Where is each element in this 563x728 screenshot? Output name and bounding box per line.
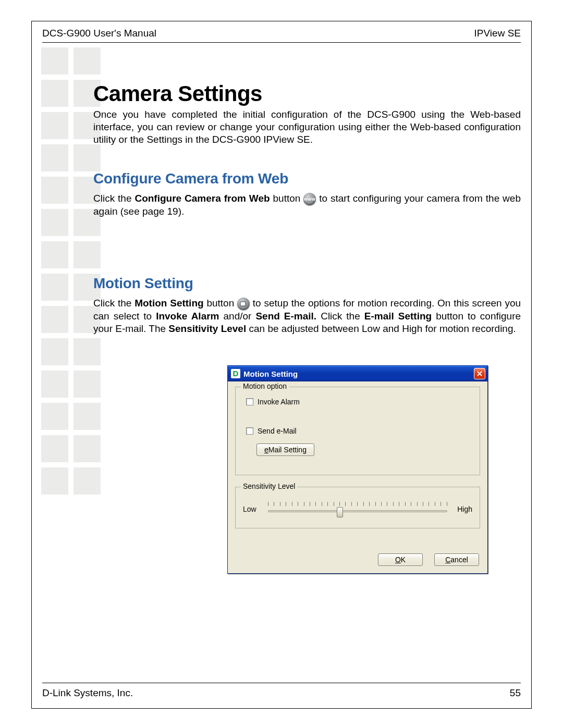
send-email-checkbox[interactable] bbox=[246, 427, 253, 435]
deco-square bbox=[41, 209, 68, 236]
underline-char: e bbox=[264, 446, 268, 454]
button-text: ancel bbox=[450, 556, 468, 564]
sensitivity-slider[interactable] bbox=[268, 502, 447, 516]
bold-text: Motion Setting bbox=[134, 298, 203, 309]
text: can be adjusted between Low and High for… bbox=[246, 323, 516, 334]
ok-button[interactable]: OK bbox=[378, 553, 423, 566]
invoke-alarm-checkbox[interactable] bbox=[246, 398, 253, 405]
text: Click the bbox=[93, 298, 134, 309]
deco-square bbox=[74, 403, 101, 430]
deco-square bbox=[74, 47, 101, 75]
deco-square bbox=[41, 467, 68, 495]
button-text: K bbox=[401, 556, 406, 564]
header-left: DCS-G900 User's Manual bbox=[42, 28, 156, 39]
text: and/or bbox=[219, 311, 256, 322]
deco-square bbox=[74, 435, 101, 462]
sensitivity-level-group: Sensitivity Level Low bbox=[235, 487, 480, 528]
button-text: Mail Setting bbox=[268, 446, 307, 454]
section1-paragraph: Click the Configure Camera from Web butt… bbox=[93, 192, 521, 218]
motion-icon bbox=[237, 298, 250, 310]
slider-thumb[interactable] bbox=[337, 507, 343, 517]
underline-char: O bbox=[395, 556, 401, 564]
send-email-label: Send e-Mail bbox=[258, 427, 297, 435]
dialog-button-row: OK Cancel bbox=[378, 553, 479, 566]
text: Click the bbox=[93, 193, 134, 204]
low-label: Low bbox=[243, 505, 264, 513]
page-title: Camera Settings bbox=[93, 81, 521, 106]
page-number: 55 bbox=[510, 687, 521, 699]
footer-left: D-Link Systems, Inc. bbox=[42, 687, 133, 699]
email-setting-button[interactable]: eMail Setting bbox=[256, 443, 314, 456]
text: button bbox=[204, 298, 237, 309]
group-label: Motion option bbox=[241, 382, 289, 390]
deco-square bbox=[74, 338, 101, 365]
high-label: High bbox=[451, 505, 472, 513]
dialog-title: Motion Setting bbox=[243, 369, 298, 378]
deco-square bbox=[41, 144, 68, 171]
bold-text: E-mail Setting bbox=[364, 311, 432, 322]
deco-square bbox=[41, 47, 68, 75]
section-heading-motion: Motion Setting bbox=[93, 275, 521, 292]
deco-square bbox=[41, 403, 68, 430]
svg-rect-0 bbox=[240, 302, 246, 306]
bold-text: Send E-mail. bbox=[255, 311, 316, 322]
slider-ticks bbox=[268, 502, 447, 507]
bold-text: Configure Camera from Web bbox=[134, 193, 270, 204]
deco-square bbox=[74, 467, 101, 495]
www-icon: www bbox=[303, 193, 316, 205]
page-header: DCS-G900 User's Manual IPView SE bbox=[42, 28, 521, 43]
dialog-titlebar[interactable]: D Motion Setting bbox=[228, 366, 487, 381]
close-icon[interactable] bbox=[474, 368, 485, 379]
invoke-alarm-label: Invoke Alarm bbox=[258, 398, 300, 406]
deco-square bbox=[41, 338, 68, 365]
send-email-row: Send e-Mail bbox=[246, 427, 472, 435]
dialog-app-icon: D bbox=[231, 369, 240, 378]
email-setting-wrap: eMail Setting bbox=[256, 443, 472, 456]
sensitivity-slider-row: Low High bbox=[243, 499, 472, 520]
motion-setting-dialog: D Motion Setting Motion option Invoke Al… bbox=[227, 365, 488, 574]
group-label: Sensitivity Level bbox=[241, 482, 297, 490]
intro-paragraph: Once you have completed the initial conf… bbox=[93, 108, 521, 145]
deco-square bbox=[74, 371, 101, 398]
deco-square bbox=[41, 274, 68, 301]
page-footer: D-Link Systems, Inc. 55 bbox=[42, 683, 521, 699]
content-area: Camera Settings Once you have completed … bbox=[93, 81, 521, 335]
cancel-button[interactable]: Cancel bbox=[434, 553, 479, 566]
deco-square bbox=[41, 80, 68, 107]
deco-square bbox=[41, 112, 68, 139]
header-right: IPView SE bbox=[474, 28, 521, 39]
deco-square bbox=[41, 241, 68, 268]
deco-square bbox=[41, 177, 68, 204]
deco-square bbox=[41, 371, 68, 398]
bold-text: Invoke Alarm bbox=[156, 311, 219, 322]
page-frame: DCS-G900 User's Manual IPView SE Camer bbox=[31, 21, 532, 709]
deco-square bbox=[41, 435, 68, 462]
invoke-alarm-row: Invoke Alarm bbox=[246, 398, 472, 406]
underline-char: C bbox=[445, 556, 450, 564]
section2-paragraph: Click the Motion Setting button to setup… bbox=[93, 297, 521, 335]
text: Click the bbox=[316, 311, 364, 322]
slider-groove bbox=[268, 510, 447, 512]
dialog-body: Motion option Invoke Alarm Send e-Mail e… bbox=[228, 381, 487, 573]
bold-text: Sensitivity Level bbox=[168, 323, 246, 334]
text: button bbox=[270, 193, 304, 204]
section-heading-configure: Configure Camera from Web bbox=[93, 170, 521, 187]
motion-option-group: Motion option Invoke Alarm Send e-Mail e… bbox=[235, 387, 480, 475]
deco-square bbox=[41, 306, 68, 333]
